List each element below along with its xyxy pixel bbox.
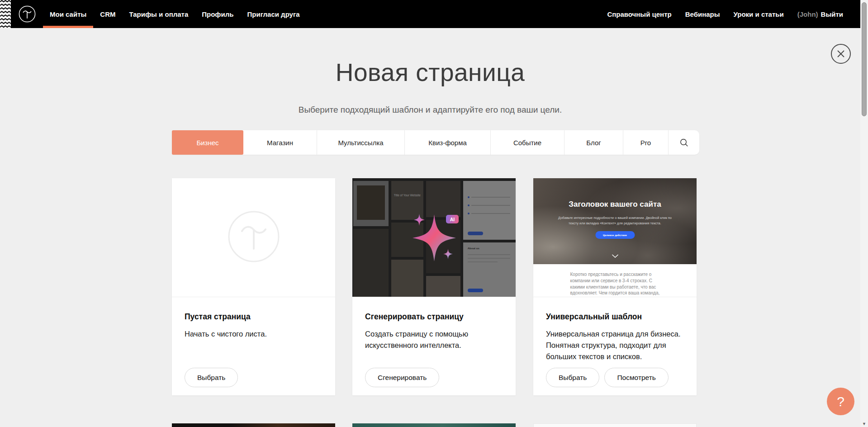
nav-tariffs[interactable]: Тарифы и оплата — [122, 0, 195, 28]
nav-my-sites[interactable]: Мои сайты — [43, 0, 93, 28]
page-subtitle: Выберите подходящий шаблон и адаптируйте… — [0, 105, 860, 115]
page-title: Новая страница — [0, 58, 860, 87]
template-cta-button: Целевое действие — [595, 231, 635, 239]
card-description: Универсальная страница для бизнеса. Поня… — [546, 328, 684, 362]
top-navbar: Мои сайты CRM Тарифы и оплата Профиль Пр… — [0, 0, 868, 28]
tab-business[interactable]: Бизнес — [172, 130, 243, 155]
card-title: Универсальный шаблон — [546, 312, 684, 322]
nav-profile[interactable]: Профиль — [195, 0, 240, 28]
template-hero-subtitle: Добавьте интересные подробности о вашей … — [558, 215, 672, 226]
logout-link[interactable]: Выйти — [821, 10, 843, 18]
nav-help-center[interactable]: Справочный центр — [600, 0, 678, 28]
chevron-down-icon — [612, 251, 618, 260]
zigzag-pattern — [0, 0, 11, 28]
tilda-logo-icon[interactable] — [19, 5, 36, 23]
ai-badge: AI — [446, 215, 459, 223]
card-actions: Выбрать — [185, 368, 238, 387]
card-actions: Выбрать Посмотреть — [546, 368, 669, 387]
template-hero: Заголовок вашего сайта Добавьте интересн… — [533, 178, 697, 264]
small-sparkle-icon — [414, 214, 425, 228]
universal-template-preview[interactable]: Заголовок вашего сайта Добавьте интересн… — [533, 178, 697, 297]
scrollbar-down-arrow[interactable]: ▼ — [860, 422, 868, 426]
next-row-card[interactable] — [352, 423, 516, 427]
nav-crm[interactable]: CRM — [93, 0, 122, 28]
tab-search[interactable] — [669, 130, 699, 155]
card-blank-page[interactable]: Пустая страница Начать с чистого листа. … — [172, 178, 335, 395]
tilda-watermark-icon — [227, 210, 280, 265]
card-info: Универсальный шаблон Универсальная стран… — [533, 297, 697, 395]
ai-preview-collage[interactable]: Title of Your Website About us — [352, 178, 516, 297]
card-universal-template[interactable]: Заголовок вашего сайта Добавьте интересн… — [533, 178, 697, 395]
nav-invite-friend[interactable]: Пригласи друга — [240, 0, 306, 28]
nav-webinars[interactable]: Вебинары — [678, 0, 727, 28]
generate-button[interactable]: Сгенерировать — [365, 368, 439, 387]
nav-user-logout[interactable]: (John) Выйти — [791, 0, 850, 28]
search-icon — [680, 138, 688, 147]
card-description: Создать страницу с помощью искусственног… — [365, 328, 474, 351]
nav-right-menu: Справочный центр Вебинары Уроки и статьи… — [600, 0, 850, 28]
help-button[interactable]: ? — [827, 388, 854, 415]
card-ai-generate[interactable]: Title of Your Website About us — [352, 178, 516, 395]
card-title: Пустая страница — [185, 312, 323, 322]
tab-shop[interactable]: Магазин — [243, 130, 317, 155]
select-button[interactable]: Выбрать — [185, 368, 238, 387]
scrollbar-thumb[interactable] — [862, 2, 867, 116]
tab-quiz-form[interactable]: Квиз-форма — [405, 130, 491, 155]
tab-event[interactable]: Событие — [491, 130, 564, 155]
card-actions: Сгенерировать — [365, 368, 439, 387]
next-row-card[interactable] — [533, 423, 697, 427]
template-category-tabs: Бизнес Магазин Мультиссылка Квиз-форма С… — [172, 130, 699, 155]
template-body-text: Коротко представьтесь и расскажите о ком… — [570, 271, 660, 297]
template-hero-title: Заголовок вашего сайта — [533, 200, 697, 209]
blank-page-preview[interactable] — [172, 178, 335, 297]
card-description: Начать с чистого листа. — [185, 328, 323, 340]
tab-multilink[interactable]: Мультиссылка — [317, 130, 405, 155]
nav-lessons[interactable]: Уроки и статьи — [727, 0, 791, 28]
template-body: Коротко представьтесь и расскажите о ком… — [533, 264, 697, 297]
view-button[interactable]: Посмотреть — [604, 368, 668, 387]
close-icon — [837, 50, 845, 58]
next-row-card[interactable] — [172, 423, 335, 427]
small-sparkle-icon — [443, 249, 453, 261]
tab-blog[interactable]: Блог — [564, 130, 623, 155]
card-info: Пустая страница Начать с чистого листа. … — [172, 297, 335, 395]
nav-left-menu: Мои сайты CRM Тарифы и оплата Профиль Пр… — [43, 0, 307, 28]
card-info: Сгенерировать страницу Создать страницу … — [352, 297, 516, 395]
user-name: (John) — [797, 10, 818, 18]
card-title: Сгенерировать страницу — [365, 312, 503, 322]
select-button[interactable]: Выбрать — [546, 368, 599, 387]
tab-pro[interactable]: Pro — [623, 130, 669, 155]
vertical-scrollbar[interactable]: ▼ — [860, 0, 868, 427]
